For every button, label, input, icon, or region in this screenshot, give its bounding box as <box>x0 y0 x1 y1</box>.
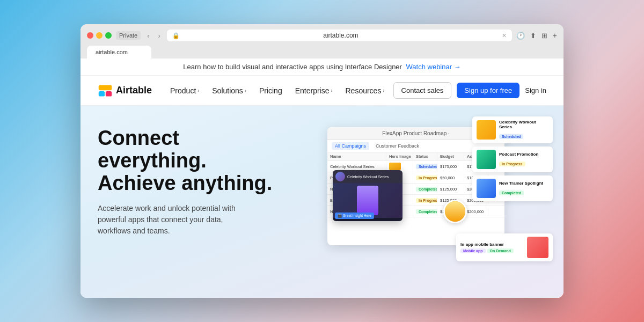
nav-item-product[interactable]: Product › <box>165 83 204 98</box>
svg-rect-0 <box>99 85 112 90</box>
tab-title: airtable.com <box>96 49 128 55</box>
website-content: Learn how to build visual and interactiv… <box>80 58 564 298</box>
hero-subtext: Accelerate work and unlock potential wit… <box>98 203 248 237</box>
bottom-card-badges: Mobile app On Demand <box>460 248 524 253</box>
resources-chevron-icon: › <box>383 88 384 93</box>
side-card-image-3 <box>477 179 496 198</box>
col-status: Status <box>413 152 437 160</box>
forward-button[interactable]: › <box>156 31 163 41</box>
cell-status: Completed <box>413 208 437 216</box>
cell-budget: $175,000 <box>437 163 464 171</box>
nav-item-resources[interactable]: Resources › <box>340 83 390 98</box>
side-card-content-1: Celebrity Workout Series Scheduled <box>499 120 548 140</box>
video-card: Celebrity Workout Series 🎬 Great Insight… <box>333 170 402 221</box>
address-bar[interactable]: 🔒 airtable.com ✕ <box>167 30 512 41</box>
side-card-title-1: Celebrity Workout Series <box>499 120 548 129</box>
col-budget: Budget <box>437 152 464 160</box>
side-card-badge-2: In Progress <box>499 162 525 166</box>
contact-sales-button[interactable]: Contact sales <box>393 82 452 99</box>
back-button[interactable]: ‹ <box>145 31 151 41</box>
col-image: Hero Image <box>386 152 413 160</box>
hero-headline: Connect everything.Achieve anything. <box>98 127 280 194</box>
browser-tabs: airtable.com <box>87 46 557 58</box>
signin-button[interactable]: Sign in <box>525 86 546 94</box>
cell-name: Celebrity Workout Series <box>327 163 386 171</box>
nav-actions: Contact sales Sign up for free Sign in <box>393 82 546 99</box>
video-card-header: Celebrity Workout Series <box>333 170 402 183</box>
mobile-app-badge: Mobile app <box>460 248 486 253</box>
col-name: Name <box>327 152 386 160</box>
svg-rect-2 <box>106 91 112 96</box>
add-tab-icon[interactable]: + <box>553 31 557 40</box>
hero-section: Connect everything.Achieve anything. Acc… <box>80 106 564 298</box>
profile-avatar <box>445 201 465 222</box>
announcement-banner: Learn how to build visual and interactiv… <box>80 58 564 76</box>
nav-item-pricing[interactable]: Pricing <box>254 83 288 98</box>
video-call-badge: 🎬 Great Insight Here <box>335 213 374 219</box>
video-label: Celebrity Workout Series <box>347 175 389 179</box>
browser-chrome: Private ‹ › 🔒 airtable.com ✕ 🕐 ⬆ ⊞ + air… <box>80 24 564 58</box>
svg-rect-1 <box>99 91 105 96</box>
toolbar-tab-campaigns[interactable]: All Campaigns <box>332 142 369 150</box>
browser-toolbar-icons: 🕐 ⬆ ⊞ + <box>516 31 557 40</box>
clear-url-icon[interactable]: ✕ <box>502 32 507 39</box>
cell-status: Completed <box>413 185 437 193</box>
share-icon[interactable]: ⬆ <box>530 32 536 40</box>
minimize-button[interactable] <box>96 32 103 39</box>
nav-item-solutions[interactable]: Solutions › <box>207 83 252 98</box>
side-card-title-2: Podcast Promotion <box>499 152 548 157</box>
cell-budget: $125,000 <box>437 185 464 193</box>
profile-bubble <box>443 200 467 223</box>
close-button[interactable] <box>87 32 93 39</box>
hero-visual: FlexApp Product Roadmap · All Campaigns … <box>327 116 553 267</box>
browser-tab-active[interactable]: airtable.com <box>87 46 151 58</box>
spreadsheet-title: FlexApp Product Roadmap · <box>382 130 450 136</box>
side-card-content-2: Podcast Promotion In Progress <box>499 152 548 167</box>
cell-budget: $50,000 <box>437 174 464 182</box>
solutions-chevron-icon: › <box>245 88 246 93</box>
airtable-logo-icon <box>98 83 113 98</box>
cell-status: In Progress <box>413 196 437 204</box>
nav-items: Product › Solutions › Pricing Enterprise… <box>165 83 393 98</box>
side-card-image-2 <box>477 150 496 169</box>
video-person-shape <box>357 186 378 215</box>
cell-actual: $200,000 <box>464 208 488 216</box>
logo[interactable]: Airtable <box>98 83 152 98</box>
banner-text: Learn how to build visual and interactiv… <box>183 63 402 71</box>
side-card-badge-3: Completed <box>499 191 524 195</box>
cell-status: In Progress <box>413 174 437 182</box>
logo-text: Airtable <box>116 85 152 96</box>
enterprise-chevron-icon: › <box>331 88 332 93</box>
bottom-card-content: In-app mobile banner Mobile app On Deman… <box>460 242 524 253</box>
cell-status: Scheduled <box>413 163 437 171</box>
hero-text: Connect everything.Achieve anything. Acc… <box>98 122 280 237</box>
browser-window: Private ‹ › 🔒 airtable.com ✕ 🕐 ⬆ ⊞ + air… <box>80 24 564 298</box>
clock-icon[interactable]: 🕐 <box>516 32 525 40</box>
video-avatar <box>335 172 345 181</box>
side-card-2: Podcast Promotion In Progress <box>472 147 553 172</box>
url-text: airtable.com <box>323 32 358 39</box>
maximize-button[interactable] <box>105 32 112 39</box>
private-badge: Private <box>116 31 141 40</box>
bottom-card-title: In-app mobile banner <box>460 242 524 247</box>
side-card-title-3: New Trainer Spotlight <box>499 181 548 186</box>
side-card-content-3: New Trainer Spotlight Completed <box>499 181 548 196</box>
browser-titlebar: Private ‹ › 🔒 airtable.com ✕ 🕐 ⬆ ⊞ + <box>87 30 557 41</box>
grid-icon[interactable]: ⊞ <box>541 32 547 40</box>
navbar: Airtable Product › Solutions › Pricing E… <box>80 76 564 106</box>
bottom-card: In-app mobile banner Mobile app On Deman… <box>456 233 553 261</box>
side-card-image-1 <box>477 120 496 140</box>
toolbar-tab-feedback[interactable]: Customer Feedback <box>372 142 422 150</box>
address-bar-row: 🔒 airtable.com ✕ <box>167 30 512 41</box>
sidebar-cards: Celebrity Workout Series Scheduled Podca… <box>472 116 553 201</box>
banner-link[interactable]: Watch webinar → <box>406 63 461 71</box>
side-card-badge-1: Scheduled <box>499 134 523 139</box>
signup-button[interactable]: Sign up for free <box>457 83 519 98</box>
product-chevron-icon: › <box>197 88 199 93</box>
side-card-1: Celebrity Workout Series Scheduled <box>472 116 553 143</box>
on-demand-badge: On Demand <box>487 248 514 253</box>
bottom-card-image <box>527 237 548 258</box>
nav-item-enterprise[interactable]: Enterprise › <box>290 83 338 98</box>
side-card-3: New Trainer Spotlight Completed <box>472 175 553 201</box>
traffic-lights <box>87 32 112 39</box>
